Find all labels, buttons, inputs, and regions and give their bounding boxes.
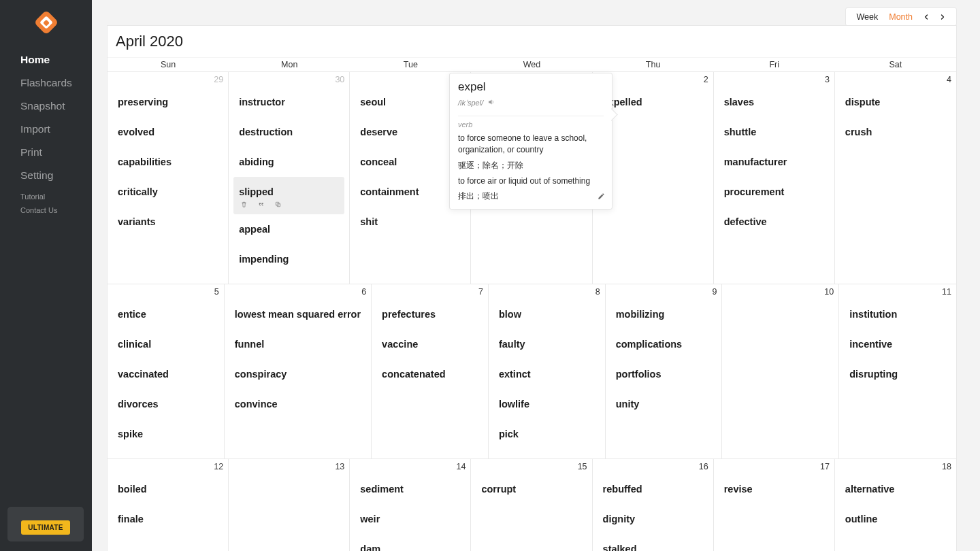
entry[interactable]: pick bbox=[493, 419, 600, 449]
week-row: 12boiledfinale1314sedimentweirdam15corru… bbox=[108, 459, 956, 551]
entry[interactable]: appeal bbox=[233, 214, 344, 244]
entry[interactable]: revise bbox=[719, 474, 830, 504]
entry[interactable]: defective bbox=[719, 207, 830, 237]
popover-pos: verb bbox=[458, 120, 604, 129]
prev-button[interactable] bbox=[918, 13, 934, 21]
entry[interactable]: complications bbox=[610, 329, 717, 359]
entry[interactable]: dignity bbox=[598, 504, 708, 534]
popover-def-1: to force someone to leave a school, orga… bbox=[458, 133, 604, 156]
entry[interactable]: shuttle bbox=[719, 117, 830, 147]
entry[interactable]: manufacturer bbox=[719, 147, 830, 177]
day-cell: 29preservingevolvedcapabilitiescriticall… bbox=[108, 72, 229, 284]
entry[interactable]: instructor bbox=[233, 87, 344, 117]
popover-pronunciation: /ikˈspel/ bbox=[458, 97, 604, 109]
entries: sedimentweirdam bbox=[355, 474, 466, 551]
quote-icon[interactable] bbox=[257, 199, 265, 210]
day-cell: 5enticeclinicalvaccinateddivorcesspike bbox=[108, 284, 225, 459]
edit-button[interactable] bbox=[598, 190, 605, 203]
entry[interactable]: variants bbox=[112, 207, 223, 237]
entry[interactable]: evolved bbox=[112, 117, 223, 147]
entry[interactable]: entice bbox=[112, 299, 219, 329]
entry[interactable]: slaves bbox=[719, 87, 830, 117]
view-week[interactable]: Week bbox=[851, 12, 884, 22]
nav-item-home[interactable]: Home bbox=[0, 48, 92, 71]
logo[interactable] bbox=[0, 0, 92, 48]
day-cell: 10 bbox=[722, 284, 839, 459]
dow-sat: Sat bbox=[835, 58, 956, 71]
entry[interactable]: clinical bbox=[112, 329, 219, 359]
nav-item-snapshot[interactable]: Snapshot bbox=[0, 95, 92, 118]
nav-item-import[interactable]: Import bbox=[0, 118, 92, 141]
entry[interactable]: dispute bbox=[840, 87, 951, 117]
entry[interactable]: stalked bbox=[598, 534, 708, 551]
view-month[interactable]: Month bbox=[883, 12, 918, 22]
trash-icon[interactable] bbox=[240, 199, 248, 210]
day-number: 30 bbox=[233, 75, 344, 84]
entry[interactable]: sediment bbox=[355, 474, 466, 504]
entry[interactable]: alternative bbox=[840, 474, 951, 504]
sublink-contact-us[interactable]: Contact Us bbox=[0, 203, 92, 217]
entry[interactable]: boiled bbox=[112, 474, 223, 504]
speaker-icon[interactable] bbox=[487, 97, 495, 109]
entry[interactable]: destruction bbox=[233, 117, 344, 147]
entry[interactable]: convince bbox=[229, 389, 366, 419]
nav-item-setting[interactable]: Setting bbox=[0, 164, 92, 187]
copy-icon[interactable] bbox=[274, 199, 282, 210]
entry[interactable]: faulty bbox=[493, 329, 600, 359]
entry[interactable]: institution bbox=[844, 299, 951, 329]
entry[interactable]: weir bbox=[355, 504, 466, 534]
entry[interactable]: blow bbox=[493, 299, 600, 329]
nav-item-print[interactable]: Print bbox=[0, 141, 92, 164]
day-number: 7 bbox=[376, 287, 483, 297]
entry[interactable]: procurement bbox=[719, 177, 830, 207]
popover-cn-1: 驱逐；除名；开除 bbox=[458, 160, 604, 171]
day-number: 18 bbox=[840, 462, 951, 471]
entry[interactable]: concatenated bbox=[376, 359, 483, 389]
day-number: 6 bbox=[229, 287, 366, 297]
entry[interactable]: spike bbox=[112, 419, 219, 449]
entry[interactable]: prefectures bbox=[376, 299, 483, 329]
view-toggle: Week Month bbox=[845, 7, 957, 26]
entry[interactable]: extinct bbox=[493, 359, 600, 389]
popover-cn-2: 排出；喷出 bbox=[458, 190, 604, 202]
entry[interactable]: slipped bbox=[233, 177, 344, 214]
entry[interactable]: rebuffed bbox=[598, 474, 708, 504]
entry[interactable]: abiding bbox=[233, 147, 344, 177]
day-number: 4 bbox=[840, 75, 951, 84]
entry[interactable]: disrupting bbox=[844, 359, 951, 389]
entry[interactable]: funnel bbox=[229, 329, 366, 359]
entry[interactable]: impending bbox=[233, 244, 344, 274]
entry[interactable]: vaccinated bbox=[112, 359, 219, 389]
entry[interactable]: conspiracy bbox=[229, 359, 366, 389]
nav-item-flashcards[interactable]: Flashcards bbox=[0, 71, 92, 95]
next-button[interactable] bbox=[934, 13, 951, 21]
entry[interactable]: dam bbox=[355, 534, 466, 551]
entry[interactable]: finale bbox=[112, 504, 223, 534]
entry[interactable]: capabilities bbox=[112, 147, 223, 177]
day-cell: 16rebuffeddignitystalkedalleges bbox=[593, 459, 714, 551]
entry[interactable]: shit bbox=[355, 207, 466, 237]
entry[interactable]: mobilizing bbox=[610, 299, 717, 329]
entry[interactable]: preserving bbox=[112, 87, 223, 117]
entry[interactable]: corrupt bbox=[476, 474, 587, 504]
sidebar: HomeFlashcardsSnapshotImportPrintSetting… bbox=[0, 0, 92, 551]
entry[interactable]: unity bbox=[610, 389, 717, 419]
entry[interactable]: outline bbox=[840, 504, 951, 534]
entry[interactable]: critically bbox=[112, 177, 223, 207]
main: Week Month April 2020 SunMonTueWedThuFri… bbox=[92, 0, 980, 551]
entries: instructordestructionabidingslippedappea… bbox=[233, 87, 344, 274]
day-number: 5 bbox=[112, 287, 219, 297]
entry[interactable]: lowlife bbox=[493, 389, 600, 419]
entry[interactable]: incentive bbox=[844, 329, 951, 359]
entry[interactable]: portfolios bbox=[610, 359, 717, 389]
entry[interactable]: lowest mean squared error bbox=[229, 299, 366, 329]
upgrade-card[interactable]: ULTIMATE bbox=[7, 507, 84, 541]
day-number: 17 bbox=[719, 462, 830, 471]
day-cell: 7prefecturesvaccineconcatenated bbox=[372, 284, 489, 459]
chevron-right-icon bbox=[938, 13, 947, 21]
entry[interactable]: divorces bbox=[112, 389, 219, 419]
entry[interactable]: vaccine bbox=[376, 329, 483, 359]
sublink-tutorial[interactable]: Tutorial bbox=[0, 190, 92, 203]
entry[interactable]: crush bbox=[840, 117, 951, 147]
day-cell: 14sedimentweirdam bbox=[350, 459, 471, 551]
